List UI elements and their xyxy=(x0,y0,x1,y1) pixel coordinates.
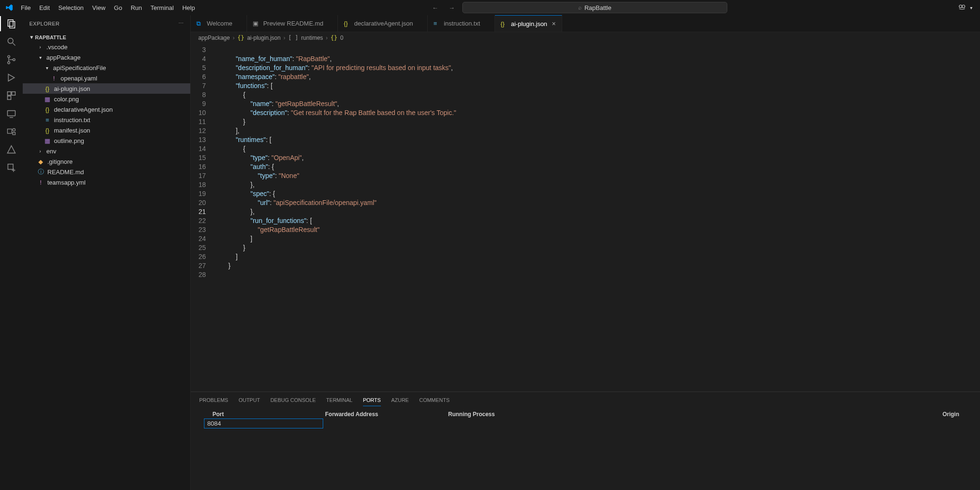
activity-teams-icon[interactable] xyxy=(6,126,17,137)
search-icon: ⌕ xyxy=(578,4,582,11)
nav-forward-icon[interactable]: → xyxy=(446,4,458,11)
tab-label: Welcome xyxy=(207,20,232,27)
tree-file-declagent[interactable]: {}declarativeAgent.json xyxy=(23,104,190,115)
tree-label: apiSpecificationFile xyxy=(53,64,106,71)
tree-label: outline.png xyxy=(54,137,84,144)
port-input[interactable] xyxy=(204,419,323,428)
svg-rect-16 xyxy=(8,164,13,169)
tree-file-outline[interactable]: ▦outline.png xyxy=(23,135,190,146)
tree-label: .gitignore xyxy=(47,158,72,165)
copilot-icon[interactable] xyxy=(958,3,966,13)
panel-tab-output[interactable]: OUTPUT xyxy=(238,394,260,406)
tree-file-gitignore[interactable]: ◆.gitignore xyxy=(23,156,190,167)
panel-tab-ports[interactable]: PORTS xyxy=(363,394,381,406)
breadcrumb-segment[interactable]: ai-plugin.json xyxy=(247,35,281,41)
tree-root[interactable]: ▾RAPBATTLE xyxy=(23,33,190,42)
col-process-header: Running Process xyxy=(448,411,647,418)
file-tree: ▾RAPBATTLE ›.vscode ▾appPackage ▾apiSpec… xyxy=(23,32,190,490)
tab-preview-readme[interactable]: ▣Preview README.md× xyxy=(247,15,338,32)
panel-tab-problems[interactable]: PROBLEMS xyxy=(199,394,228,406)
tab-declarative-agent[interactable]: {}declarativeAgent.json× xyxy=(338,15,428,32)
svg-point-4 xyxy=(8,38,13,44)
svg-point-7 xyxy=(8,62,10,64)
tree-file-manifest[interactable]: {}manifest.json xyxy=(23,125,190,135)
tree-label: openapi.yaml xyxy=(61,75,97,82)
svg-point-15 xyxy=(13,129,16,132)
tree-label: ai-plugin.json xyxy=(54,85,90,92)
activity-search-icon[interactable] xyxy=(6,36,17,47)
menu-view[interactable]: View xyxy=(88,2,109,13)
json-icon: {} xyxy=(331,35,337,41)
panel-tab-terminal[interactable]: TERMINAL xyxy=(326,394,353,406)
menu-edit[interactable]: Edit xyxy=(35,2,53,13)
tree-folder-apppackage[interactable]: ▾appPackage xyxy=(23,52,190,62)
tab-label: declarativeAgent.json xyxy=(354,20,413,27)
panel-tabs: PROBLEMS OUTPUT DEBUG CONSOLE TERMINAL P… xyxy=(191,392,980,408)
menu-selection[interactable]: Selection xyxy=(54,2,87,13)
breadcrumb-segment[interactable]: 0 xyxy=(340,35,344,41)
col-port-header: Port xyxy=(202,411,325,418)
panel-tab-debug-console[interactable]: DEBUG CONSOLE xyxy=(270,394,316,406)
tab-label: instruction.txt xyxy=(444,20,480,27)
command-center-search[interactable]: ⌕ RapBattle xyxy=(462,2,727,13)
activity-explorer-icon[interactable] xyxy=(6,18,17,29)
activity-run-debug-icon[interactable] xyxy=(6,72,17,83)
tree-folder-vscode[interactable]: ›.vscode xyxy=(23,42,190,52)
tab-label: Preview README.md xyxy=(263,20,323,27)
menu-go[interactable]: Go xyxy=(110,2,126,13)
ports-panel: Port Forwarded Address Running Process O… xyxy=(191,408,980,490)
svg-point-0 xyxy=(959,5,962,8)
text-icon: ≡ xyxy=(433,20,441,27)
tree-file-colorpng[interactable]: ▦color.png xyxy=(23,94,190,104)
panel-tab-azure[interactable]: AZURE xyxy=(391,394,409,406)
breadcrumb[interactable]: appPackage› {}ai-plugin.json› [ ]runtime… xyxy=(191,32,980,44)
tree-label: .vscode xyxy=(46,44,68,51)
sidebar-title: EXPLORER xyxy=(29,21,60,27)
text-icon: ≡ xyxy=(44,116,51,124)
ports-table-header: Port Forwarded Address Running Process O… xyxy=(202,408,969,419)
activity-azure-icon[interactable] xyxy=(6,144,17,155)
tree-label: env xyxy=(46,148,56,155)
breadcrumb-segment[interactable]: runtimes xyxy=(301,35,323,41)
tree-folder-env[interactable]: ›env xyxy=(23,146,190,156)
chevron-down-icon[interactable]: ▾ xyxy=(970,5,972,10)
panel-tab-comments[interactable]: COMMENTS xyxy=(419,394,450,406)
tree-file-openapi[interactable]: !openapi.yaml xyxy=(23,73,190,83)
ports-row xyxy=(202,419,969,428)
col-origin-header: Origin xyxy=(647,411,969,418)
editor-body[interactable]: 3456789101112131415161718192021222324252… xyxy=(191,44,980,392)
breadcrumb-segment[interactable]: appPackage xyxy=(198,35,230,41)
tree-file-aiplugin[interactable]: {}ai-plugin.json xyxy=(23,83,190,94)
activity-add-icon[interactable] xyxy=(6,162,17,173)
info-icon: ⓘ xyxy=(37,168,44,176)
image-icon: ▦ xyxy=(44,137,51,144)
menu-help[interactable]: Help xyxy=(178,2,199,13)
activity-extensions-icon[interactable] xyxy=(6,90,17,101)
json-icon: {} xyxy=(344,20,351,27)
menu-run[interactable]: Run xyxy=(127,2,146,13)
tree-folder-apispec[interactable]: ▾apiSpecificationFile xyxy=(23,62,190,73)
tree-file-teamsapp[interactable]: !teamsapp.yml xyxy=(23,177,190,187)
tab-ai-plugin[interactable]: {}ai-plugin.json× xyxy=(495,15,562,32)
nav-back-icon[interactable]: ← xyxy=(429,4,441,11)
menu-file[interactable]: File xyxy=(17,2,35,13)
tree-file-instruction[interactable]: ≡instruction.txt xyxy=(23,115,190,125)
tab-instruction[interactable]: ≡instruction.txt× xyxy=(428,15,495,32)
line-number-gutter: 3456789101112131415161718192021222324252… xyxy=(191,44,212,392)
close-icon[interactable]: × xyxy=(550,20,556,27)
vscode-icon: ⧉ xyxy=(196,20,204,27)
yaml-icon: ! xyxy=(37,179,44,186)
more-icon[interactable]: ⋯ xyxy=(178,20,184,27)
activity-source-control-icon[interactable] xyxy=(6,54,17,65)
svg-rect-12 xyxy=(8,111,16,116)
svg-rect-3 xyxy=(9,21,15,28)
editor-group: ⧉Welcome× ▣Preview README.md× {}declarat… xyxy=(191,15,980,490)
tree-file-readme[interactable]: ⓘREADME.md xyxy=(23,167,190,177)
bottom-panel: PROBLEMS OUTPUT DEBUG CONSOLE TERMINAL P… xyxy=(191,392,980,490)
activity-remote-icon[interactable] xyxy=(6,108,17,119)
json-icon: {} xyxy=(44,85,51,92)
tab-welcome[interactable]: ⧉Welcome× xyxy=(191,15,247,32)
menu-terminal[interactable]: Terminal xyxy=(147,2,177,13)
activity-bar xyxy=(0,15,23,490)
code-content[interactable]: "name_for_human": "RapBattle", "descript… xyxy=(212,44,456,392)
